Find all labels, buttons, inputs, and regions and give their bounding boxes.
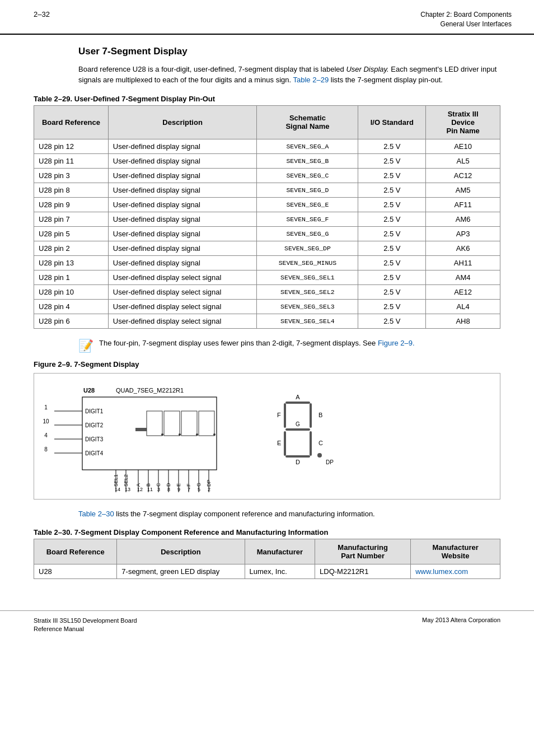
table-row: U28 pin 5User-defined display signalSEVE…	[34, 226, 500, 241]
figure-link[interactable]: Figure 2–9.	[378, 339, 415, 347]
table-cell: SEVEN_SEG_SEL4	[257, 314, 358, 328]
table-cell: 2.5 V	[358, 241, 426, 255]
table-cell: U28 pin 4	[34, 299, 109, 314]
table-cell: 2.5 V	[358, 270, 426, 284]
main-content: User 7-Segment Display Board reference U…	[0, 35, 534, 600]
svg-text:D: D	[166, 483, 171, 487]
svg-text:F: F	[277, 412, 281, 418]
table-cell: AE12	[426, 284, 500, 299]
table-cell: Lumex, Inc.	[245, 564, 315, 579]
svg-point-23	[213, 433, 216, 436]
table-cell: U28 pin 13	[34, 255, 109, 270]
t2-col-part: ManufacturingPart Number	[315, 539, 411, 564]
table-cell: SEVEN_SEG_F	[257, 212, 358, 226]
table-cell: U28 pin 10	[34, 284, 109, 299]
t2-col-board-ref: Board Reference	[34, 539, 117, 564]
table-row: U28 pin 11User-defined display signalSEV…	[34, 153, 500, 168]
page-footer: Stratix III 3SL150 Development Board Ref…	[0, 610, 534, 640]
svg-text:5: 5	[198, 487, 200, 492]
footer-left: Stratix III 3SL150 Development Board Ref…	[34, 617, 137, 634]
svg-text:A: A	[296, 394, 300, 400]
table-cell: AM5	[426, 183, 500, 197]
svg-text:D: D	[296, 459, 300, 465]
table-cell: AH8	[426, 314, 500, 328]
schematic-svg: U28 QUAD_7SEG_M2212R1 1 DIGIT1 10 DIGIT2…	[43, 380, 250, 492]
table-cell: SEVEN_SEG_A	[257, 139, 358, 153]
table-cell: 2.5 V	[358, 299, 426, 314]
svg-text:C: C	[318, 440, 323, 446]
svg-text:SEL2: SEL2	[123, 474, 129, 487]
table-cell: User-defined display select signal	[108, 314, 257, 328]
table1-title: Table 2–29. User-Defined 7-Segment Displ…	[34, 95, 500, 103]
svg-text:12: 12	[137, 487, 143, 492]
table-cell: User-defined display signal	[108, 183, 257, 197]
table-cell: 2.5 V	[358, 197, 426, 212]
table-cell: User-defined display signal	[108, 168, 257, 183]
note-icon: 📝	[78, 339, 93, 353]
table-cell: User-defined display select signal	[108, 270, 257, 284]
svg-text:4: 4	[44, 432, 48, 438]
page-header: 2–32 Chapter 2: Board Components General…	[0, 0, 534, 35]
table-row: U28 pin 8User-defined display signalSEVE…	[34, 183, 500, 197]
svg-text:C: C	[156, 483, 161, 487]
table-cell: U28 pin 9	[34, 197, 109, 212]
svg-text:U28: U28	[83, 387, 95, 394]
table-cell: SEVEN_SEG_B	[257, 153, 358, 168]
svg-point-68	[317, 453, 322, 458]
body-text2-rest: lists the 7-segment display component re…	[116, 510, 374, 518]
table-cell: U28 pin 5	[34, 226, 109, 241]
table-cell: AL4	[426, 299, 500, 314]
footer-line1: Stratix III 3SL150 Development Board	[34, 617, 137, 625]
footer-right: May 2013 Altera Corporation	[422, 617, 500, 634]
col-header-schematic: SchematicSignal Name	[257, 105, 358, 139]
table-link-1[interactable]: Table 2–29	[293, 76, 329, 84]
body-text-italic: User Display.	[346, 65, 388, 73]
table-cell: User-defined display select signal	[108, 284, 257, 299]
col-header-board-ref: Board Reference	[34, 105, 109, 139]
table-cell: 2.5 V	[358, 226, 426, 241]
table-cell: User-defined display signal	[108, 197, 257, 212]
svg-text:11: 11	[147, 487, 153, 492]
table-cell: SEVEN_SEG_D	[257, 183, 358, 197]
table-row: U28 pin 1User-defined display select sig…	[34, 270, 500, 284]
t2-col-mfr: Manufacturer	[245, 539, 315, 564]
svg-text:DIGIT2: DIGIT2	[85, 422, 104, 428]
section-heading: User 7-Segment Display	[78, 46, 500, 57]
figure-title: Figure 2–9. 7-Segment Display	[34, 360, 500, 368]
table-row: U28 pin 12User-defined display signalSEV…	[34, 139, 500, 153]
table-cell: U28 pin 1	[34, 270, 109, 284]
table-row: U287-segment, green LED displayLumex, In…	[34, 564, 500, 579]
table2-link[interactable]: Table 2–30	[78, 510, 114, 518]
table-cell: AL5	[426, 153, 500, 168]
segment-reference-svg: A B C D E F	[267, 391, 334, 481]
svg-point-22	[196, 433, 198, 436]
table-cell: SEVEN_SEG_E	[257, 197, 358, 212]
table-cell: 2.5 V	[358, 183, 426, 197]
table-cell: www.lumex.com	[411, 564, 500, 579]
table-cell: User-defined display signal	[108, 255, 257, 270]
table-row: U28 pin 10User-defined display select si…	[34, 284, 500, 299]
table-cell: 7-segment, green LED display	[117, 564, 245, 579]
svg-text:G: G	[296, 421, 300, 427]
table-cell: User-defined display signal	[108, 226, 257, 241]
table-cell: AP3	[426, 226, 500, 241]
table-cell: 2.5 V	[358, 314, 426, 328]
svg-text:7: 7	[188, 487, 190, 492]
svg-rect-15	[135, 428, 147, 431]
svg-text:8: 8	[167, 487, 170, 492]
table-cell: U28 pin 11	[34, 153, 109, 168]
svg-text:SEL1: SEL1	[113, 474, 119, 487]
intro-paragraph: Board reference U28 is a four-digit, use…	[78, 64, 500, 86]
website-link[interactable]: www.lumex.com	[415, 567, 468, 576]
table2-title: Table 2–30. 7-Segment Display Component …	[34, 528, 500, 536]
table-row: U28 pin 9User-defined display signalSEVE…	[34, 197, 500, 212]
svg-text:DP: DP	[206, 479, 212, 487]
table-cell: 2.5 V	[358, 139, 426, 153]
table-cell: AM6	[426, 212, 500, 226]
table-cell: 2.5 V	[358, 255, 426, 270]
section-title-header: General User Interfaces	[420, 20, 512, 29]
t2-col-desc: Description	[117, 539, 245, 564]
svg-text:DIGIT1: DIGIT1	[85, 408, 104, 414]
table-cell: LDQ-M2212R1	[315, 564, 411, 579]
svg-text:8: 8	[44, 446, 48, 452]
